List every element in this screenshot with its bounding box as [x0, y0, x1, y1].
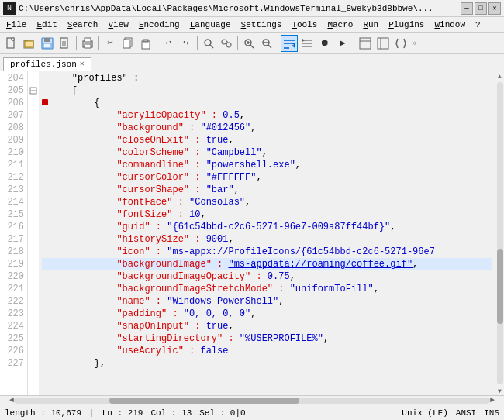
tb-extra2[interactable]: [375, 35, 392, 52]
menu-run[interactable]: Run: [358, 19, 383, 31]
code-line: "profiles" :: [42, 72, 492, 84]
code-token: "guid" :: [50, 221, 167, 233]
svg-rect-5: [44, 38, 50, 42]
tb-print[interactable]: [79, 35, 96, 52]
fold-marker: [28, 196, 39, 208]
tab-close-button[interactable]: ✕: [80, 60, 85, 68]
code-token: "historySize" :: [50, 233, 206, 246]
tb-close[interactable]: [57, 35, 74, 52]
tb-extra3[interactable]: [392, 35, 409, 52]
line-number: 221: [3, 283, 24, 295]
tb-macro[interactable]: ⏺: [316, 35, 333, 52]
tb-save[interactable]: [39, 35, 56, 52]
tb-run-macro[interactable]: ▶: [334, 35, 351, 52]
code-token: ,: [323, 332, 329, 345]
line-number: 214: [3, 196, 24, 208]
menu-bar: File Edit Search View Encoding Language …: [0, 17, 504, 33]
editor-cols: 2042052062072082092102112122132142152162…: [0, 71, 495, 395]
tb-open[interactable]: [21, 35, 38, 52]
svg-rect-36: [378, 38, 388, 49]
tb-replace[interactable]: [218, 35, 235, 52]
menu-view[interactable]: View: [103, 19, 133, 31]
code-line: "closeOnExit" : true,: [42, 134, 492, 146]
tb-copy[interactable]: [119, 35, 136, 52]
tb-extra1[interactable]: [357, 35, 374, 52]
menu-edit[interactable]: Edit: [32, 19, 61, 31]
menu-help[interactable]: ?: [471, 19, 485, 31]
code-token: "ms-appdata://roaming/coffee.gif": [228, 258, 413, 270]
menu-tools[interactable]: Tools: [287, 19, 322, 31]
tb-paste[interactable]: [137, 35, 154, 52]
scroll-up-button[interactable]: ▲: [495, 71, 505, 81]
maximize-button[interactable]: □: [475, 2, 487, 15]
tab-profiles-json[interactable]: profiles.json ✕: [3, 57, 91, 71]
code-token: "backgroundImageStretchMode" :: [50, 283, 290, 295]
menu-macro[interactable]: Macro: [323, 19, 357, 31]
code-token: ,: [228, 320, 233, 332]
tb-sep6: [278, 36, 278, 50]
line-number: 220: [3, 270, 24, 283]
svg-rect-13: [85, 44, 91, 48]
line-number: 208: [3, 122, 24, 134]
tb-cut[interactable]: ✂: [102, 35, 119, 52]
code-token: "%USERPROFILE%": [240, 332, 323, 345]
tb-zoom-out[interactable]: [258, 35, 275, 52]
status-line-ending[interactable]: Unix (LF): [402, 408, 447, 418]
code-token: 9001: [206, 233, 229, 246]
tb-indent[interactable]: [299, 35, 316, 52]
code-token: ,: [250, 308, 256, 320]
tb-sep2: [98, 36, 99, 50]
tb-undo[interactable]: ↩: [160, 35, 177, 52]
fold-marker[interactable]: [28, 84, 39, 97]
fold-marker: [28, 184, 39, 196]
status-insert-mode[interactable]: INS: [484, 408, 499, 418]
vertical-scrollbar[interactable]: ▲ ▼: [495, 71, 504, 395]
scroll-down-button[interactable]: ▼: [495, 386, 505, 395]
code-editor[interactable]: "profiles" : [ { "acrylicOpacity" : 0.5,…: [39, 71, 495, 395]
tb-new[interactable]: [3, 35, 20, 52]
scroll-track[interactable]: [497, 82, 503, 384]
status-encoding[interactable]: ANSI: [456, 408, 476, 418]
tb-redo[interactable]: ↪: [178, 35, 195, 52]
scroll-thumb[interactable]: [497, 249, 503, 325]
code-token: "backgroundImageOpacity" :: [50, 270, 268, 283]
window-controls: ─ □ ✕: [461, 2, 501, 15]
menu-language[interactable]: Language: [185, 19, 236, 31]
menu-window[interactable]: Window: [430, 19, 470, 31]
menu-encoding[interactable]: Encoding: [134, 19, 185, 31]
code-line: "padding" : "0, 0, 0, 0",: [42, 308, 492, 320]
tb-zoom-in[interactable]: [240, 35, 257, 52]
code-token: ,: [413, 258, 418, 270]
close-button[interactable]: ✕: [488, 2, 501, 15]
code-token: "fontSize" :: [50, 208, 189, 221]
fold-marker: [28, 332, 39, 345]
minimize-button[interactable]: ─: [461, 2, 473, 15]
code-token: 0.5: [223, 109, 240, 122]
fold-marker: [28, 345, 39, 357]
menu-file[interactable]: File: [2, 19, 31, 31]
tb-sep3: [157, 36, 157, 50]
svg-rect-34: [360, 38, 371, 49]
h-scroll-thumb[interactable]: [109, 398, 300, 404]
menu-plugins[interactable]: Plugins: [384, 19, 429, 31]
svg-rect-17: [143, 40, 148, 42]
tb-sep1: [76, 36, 77, 50]
scroll-right-button[interactable]: ►: [490, 396, 495, 405]
menu-settings[interactable]: Settings: [236, 19, 287, 31]
app-icon: N: [3, 2, 16, 15]
fold-marker: [28, 270, 39, 283]
horizontal-scrollbar[interactable]: ◄ ►: [0, 395, 504, 405]
code-line: "icon" : "ms-appx://ProfileIcons/{61c54b…: [42, 246, 492, 258]
line-number: 219: [3, 258, 24, 270]
tb-word-wrap[interactable]: [281, 35, 298, 52]
code-token: "name" :: [50, 295, 167, 308]
editor-main: 2042052062072082092102112122132142152162…: [0, 71, 504, 405]
code-line: "cursorShape" : "bar",: [42, 184, 492, 196]
fold-marker: [28, 159, 39, 171]
code-line: {: [42, 97, 492, 109]
code-token: "useAcrylic" :: [50, 345, 200, 357]
line-number: 225: [3, 332, 24, 345]
tb-find[interactable]: [200, 35, 217, 52]
h-scroll-track[interactable]: [14, 398, 490, 404]
menu-search[interactable]: Search: [63, 19, 103, 31]
